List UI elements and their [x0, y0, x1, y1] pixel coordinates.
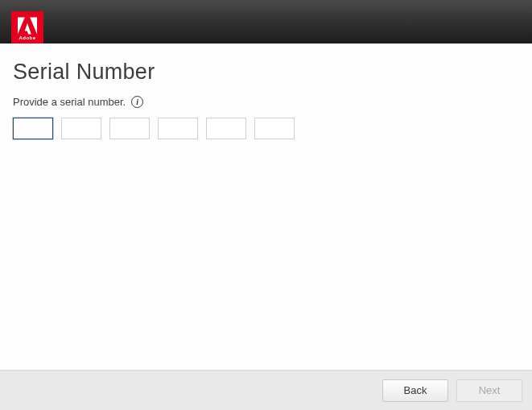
- serial-segment-2[interactable]: [61, 118, 101, 139]
- instruction-text: Provide a serial number.: [13, 96, 126, 108]
- title-bar: Adobe: [0, 0, 532, 43]
- serial-segment-4[interactable]: [158, 118, 198, 139]
- content-area: Serial Number Provide a serial number. i: [0, 43, 532, 370]
- page-title: Serial Number: [13, 60, 519, 85]
- adobe-logo: Adobe: [11, 11, 43, 43]
- footer-bar: Back Next: [0, 370, 532, 410]
- next-button: Next: [456, 379, 522, 402]
- instruction-row: Provide a serial number. i: [13, 96, 519, 108]
- serial-segment-6[interactable]: [254, 118, 295, 139]
- serial-number-row: [13, 118, 519, 139]
- back-button[interactable]: Back: [382, 379, 448, 402]
- adobe-a-icon: [18, 17, 37, 35]
- adobe-brand-text: Adobe: [19, 35, 35, 40]
- installer-window: Adobe Serial Number Provide a serial num…: [0, 0, 532, 410]
- info-icon[interactable]: i: [131, 96, 143, 108]
- serial-segment-1[interactable]: [13, 118, 53, 139]
- serial-segment-3[interactable]: [109, 118, 150, 139]
- serial-segment-5[interactable]: [206, 118, 246, 139]
